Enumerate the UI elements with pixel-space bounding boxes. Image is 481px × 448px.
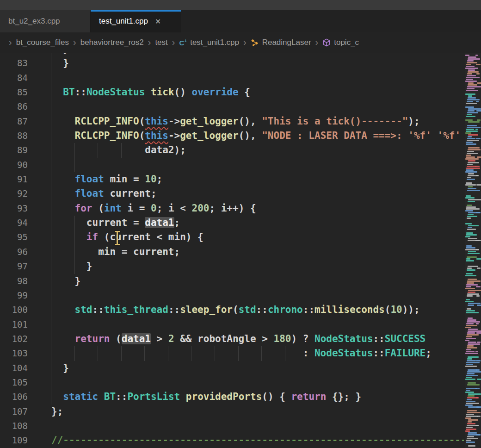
breadcrumb-item-ReadingLaser[interactable]: ReadingLaser: [251, 38, 311, 47]
tab-bt_u2_ex3-cpp[interactable]: bt_u2_ex3.cpp: [0, 10, 91, 32]
line-number[interactable]: 98: [0, 274, 28, 288]
line-content[interactable]: }: [51, 56, 464, 70]
line-content[interactable]: if (current < min) {: [51, 230, 464, 244]
breadcrumb-item-test[interactable]: test: [155, 38, 167, 47]
code-line[interactable]: 88 RCLCPP_INFO(this->get_logger(), "NODE…: [0, 129, 464, 143]
line-number[interactable]: 103: [0, 346, 28, 361]
code-line[interactable]: 87 RCLCPP_INFO(this->get_logger(), "This…: [0, 114, 464, 129]
line-number[interactable]: 94: [0, 216, 28, 230]
breadcrumb-item-behaviortree_ros2[interactable]: behaviortree_ros2: [80, 38, 144, 47]
line-number[interactable]: 101: [0, 317, 28, 332]
code-line[interactable]: 103 : NodeStatus::FAILURE;: [0, 346, 464, 361]
line-content[interactable]: [51, 288, 464, 303]
line-number[interactable]: 108: [0, 419, 28, 433]
line-content[interactable]: [51, 375, 464, 390]
line-number[interactable]: 84: [0, 71, 28, 85]
code-line[interactable]: 86: [0, 100, 464, 114]
line-content[interactable]: data2);: [51, 143, 464, 157]
line-number[interactable]: 96: [0, 245, 28, 259]
line-content[interactable]: [51, 100, 464, 114]
line-number[interactable]: 88: [0, 129, 28, 143]
code-line[interactable]: 85 BT::NodeStatus tick() override {: [0, 85, 464, 100]
line-number[interactable]: 86: [0, 100, 28, 114]
line-number[interactable]: 99: [0, 288, 28, 303]
line-number[interactable]: 85: [0, 85, 28, 100]
code-line[interactable]: 92 float current;: [0, 187, 464, 201]
code-line[interactable]: 98 }: [0, 274, 464, 288]
minimap[interactable]: [464, 53, 481, 448]
line-content[interactable]: BT::NodeStatus tick() override {: [51, 85, 464, 100]
code-line[interactable]: 89 data2);: [0, 143, 464, 157]
code-line[interactable]: 99: [0, 288, 464, 303]
line-number[interactable]: 82: [0, 53, 28, 56]
line-content[interactable]: current = data1;: [51, 216, 464, 230]
line-content[interactable]: for (int i = 0; i < 200; i++) {: [51, 201, 464, 216]
line-number[interactable]: 105: [0, 375, 28, 390]
code-editor[interactable]: 82 } );83 }8485 BT::NodeStatus tick() ov…: [0, 53, 464, 448]
line-number[interactable]: 87: [0, 114, 28, 129]
code-line[interactable]: 101: [0, 317, 464, 332]
close-icon[interactable]: ×: [155, 17, 161, 26]
minimap-line: [466, 375, 478, 376]
line-content[interactable]: [51, 317, 464, 332]
line-content[interactable]: RCLCPP_INFO(this->get_logger(), "This is…: [51, 114, 464, 129]
line-number[interactable]: 90: [0, 158, 28, 172]
line-number[interactable]: 95: [0, 230, 28, 244]
line-number[interactable]: 100: [0, 303, 28, 317]
line-content[interactable]: float current;: [51, 187, 464, 201]
line-number[interactable]: 102: [0, 332, 28, 346]
line-number[interactable]: 106: [0, 390, 28, 404]
line-content[interactable]: [51, 158, 464, 172]
line-content[interactable]: std::this_thread::sleep_for(std::chrono:…: [51, 303, 464, 317]
line-number[interactable]: 104: [0, 361, 28, 375]
code-line[interactable]: 90: [0, 158, 464, 172]
line-content[interactable]: static BT::PortsList providedPorts() { r…: [51, 390, 464, 404]
chevron-right-icon: ›: [144, 37, 155, 48]
line-number[interactable]: 107: [0, 404, 28, 419]
code-line[interactable]: 106 static BT::PortsList providedPorts()…: [0, 390, 464, 404]
line-content[interactable]: //--------------------------------------…: [51, 433, 464, 448]
line-content[interactable]: };: [51, 404, 464, 419]
line-content[interactable]: : NodeStatus::FAILURE;: [51, 346, 464, 361]
code-line[interactable]: 95 if (current < min) {: [0, 230, 464, 244]
line-content[interactable]: min = current;: [51, 245, 464, 259]
line-content[interactable]: }: [51, 259, 464, 274]
code-line[interactable]: 82 } );: [0, 53, 464, 56]
breadcrumb-item-bt_course_files[interactable]: bt_course_files: [16, 38, 69, 47]
line-number[interactable]: 97: [0, 259, 28, 274]
code-line[interactable]: 108: [0, 419, 464, 433]
line-content[interactable]: return (data1 > 2 && robotAngle > 180) ?…: [51, 332, 464, 346]
code-line[interactable]: 96 min = current;: [0, 245, 464, 259]
line-number[interactable]: 93: [0, 201, 28, 216]
code-line[interactable]: 109//-----------------------------------…: [0, 433, 464, 448]
code-line[interactable]: 94 current = data1;: [0, 216, 464, 230]
line-content[interactable]: }: [51, 361, 464, 375]
code-line[interactable]: 84: [0, 71, 464, 85]
code-line[interactable]: 83 }: [0, 56, 464, 70]
code-line[interactable]: 102 return (data1 > 2 && robotAngle > 18…: [0, 332, 464, 346]
code-line[interactable]: 104 }: [0, 361, 464, 375]
code-line[interactable]: 97 }: [0, 259, 464, 274]
line-number[interactable]: 109: [0, 433, 28, 448]
breadcrumb-item-test_unit1-cpp[interactable]: C+test_unit1.cpp: [179, 38, 239, 47]
code-line[interactable]: 100 std::this_thread::sleep_for(std::chr…: [0, 303, 464, 317]
code-line[interactable]: 107};: [0, 404, 464, 419]
line-content[interactable]: [51, 419, 464, 433]
line-number[interactable]: 89: [0, 143, 28, 157]
tab-test_unit1-cpp[interactable]: test_unit1.cpp×: [91, 10, 181, 32]
line-content[interactable]: }: [51, 274, 464, 288]
line-number[interactable]: 92: [0, 187, 28, 201]
line-content[interactable]: RCLCPP_INFO(this->get_logger(), "NODE : …: [51, 129, 464, 143]
line-content[interactable]: float min = 10;: [51, 172, 464, 187]
line-content[interactable]: [51, 71, 464, 85]
minimap-line: [467, 256, 477, 258]
line-number[interactable]: 91: [0, 172, 28, 187]
code-line[interactable]: 105: [0, 375, 464, 390]
minimap-line: [467, 229, 476, 230]
code-token: min =: [104, 174, 145, 185]
code-line[interactable]: 93 for (int i = 0; i < 200; i++) {: [0, 201, 464, 216]
line-number[interactable]: 83: [0, 56, 28, 70]
line-content[interactable]: } );: [51, 53, 464, 56]
breadcrumb-item-topic_c[interactable]: topic_c: [322, 38, 359, 47]
code-line[interactable]: 91 float min = 10;: [0, 172, 464, 187]
